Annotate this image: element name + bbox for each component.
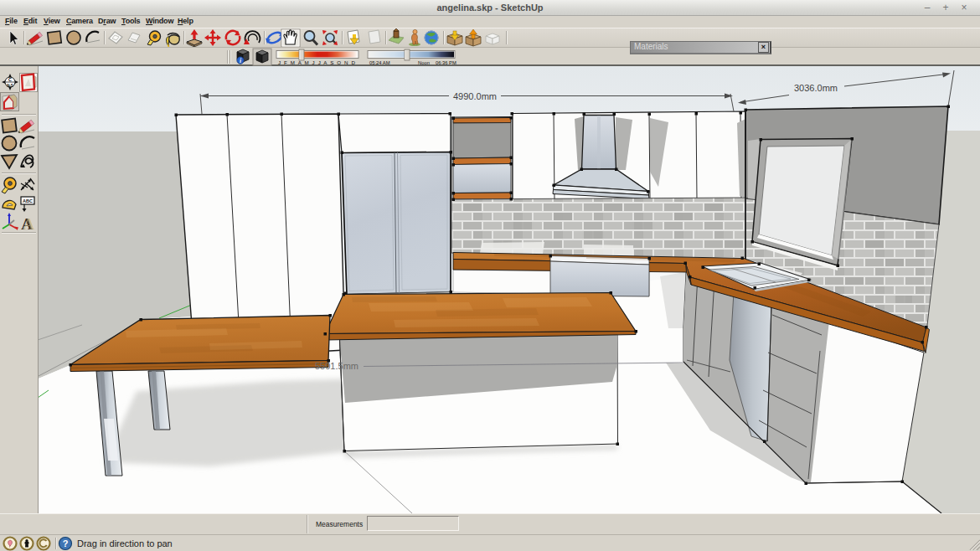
svg-text:J F M A M J J A S O N D: J F M A M J J A S O N D	[278, 59, 356, 65]
svg-text:4990.0mm: 4990.0mm	[453, 91, 497, 101]
svg-text:06:36 PM: 06:36 PM	[436, 60, 456, 65]
svg-text:5501.5mm: 5501.5mm	[315, 361, 358, 371]
svg-text:05:24 AM: 05:24 AM	[369, 60, 390, 65]
svg-text:A: A	[23, 215, 34, 233]
svg-text:3036.0mm: 3036.0mm	[794, 83, 838, 93]
svg-text:ABC: ABC	[23, 198, 33, 203]
svg-text:Noon: Noon	[418, 60, 430, 65]
svg-text:C: C	[8, 77, 12, 82]
svg-text:N-S: N-S	[7, 84, 13, 88]
svg-text:?: ?	[63, 538, 69, 548]
